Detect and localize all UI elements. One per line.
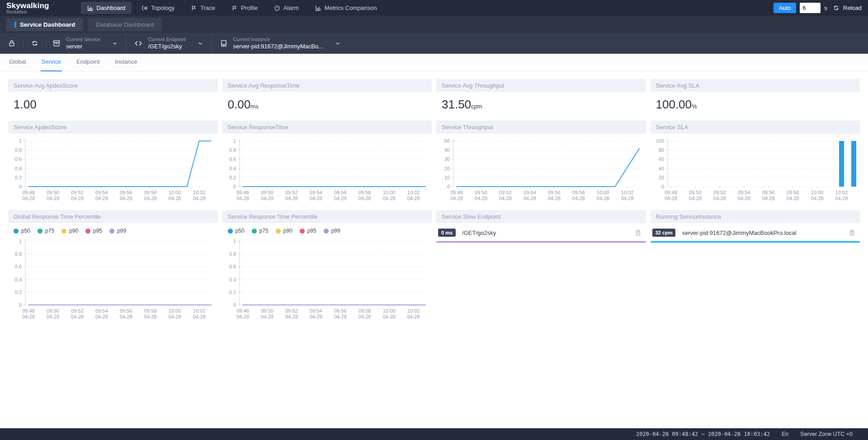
time-range[interactable]: 2020-04-28 09:48:42 ~ 2020-04-28 10:03:4… <box>636 431 770 437</box>
svg-text:09:5604-28: 09:5604-28 <box>334 190 346 201</box>
legend-item-p95[interactable]: p95 <box>300 228 316 234</box>
clipboard-copy-icon[interactable] <box>849 229 855 236</box>
card-title: Global Response Time Percentile <box>8 210 218 223</box>
alarm-icon <box>274 5 280 11</box>
instance-server-icon <box>220 39 228 47</box>
svg-text:100: 100 <box>656 138 664 144</box>
svg-text:09:5604-28: 09:5604-28 <box>548 190 561 201</box>
svg-text:09:5204-28: 09:5204-28 <box>285 308 297 319</box>
toolbar-divider <box>46 38 47 49</box>
sync-icon[interactable] <box>29 40 40 47</box>
nav-topology[interactable]: Topology <box>135 2 181 14</box>
svg-text:1: 1 <box>233 239 236 244</box>
service-throughput-chart: 5040302010009:4804-2809:5004-2809:5204-2… <box>436 136 646 204</box>
metric-card-throughput: Service Avg Throughput 31.50cpm <box>436 79 646 114</box>
svg-text:0: 0 <box>19 184 22 189</box>
legend-item-p50[interactable]: p50 <box>14 228 30 234</box>
tab-service-dashboard[interactable]: Service Dashboard <box>6 18 83 31</box>
svg-text:09:5804-28: 09:5804-28 <box>144 190 157 201</box>
current-service-selector[interactable]: Current Service server <box>52 37 118 50</box>
global-percentile-chart: 10.80.60.40.2009:4804-2809:5004-2809:520… <box>8 237 218 322</box>
legend-item-p50[interactable]: p50 <box>228 228 245 234</box>
svg-text:10:0004-28: 10:0004-28 <box>597 190 609 201</box>
legend-item-p99[interactable]: p99 <box>324 228 340 234</box>
footer-bar: 2020-04-28 09:48:42 ~ 2020-04-28 10:03:4… <box>0 428 868 440</box>
card-title: Service Slow Endpoint <box>436 210 646 223</box>
svg-text:09:4804-28: 09:4804-28 <box>664 190 677 201</box>
nav-profile[interactable]: Profile <box>225 2 264 14</box>
svg-text:0.4: 0.4 <box>15 166 22 171</box>
nav-metrics-comparison-label: Metrics Comparison <box>325 5 377 11</box>
card-title: Service Throughput <box>436 121 646 134</box>
legend-item-p90[interactable]: p90 <box>276 228 292 234</box>
reload-icon[interactable] <box>833 5 840 11</box>
chart-card-apdexscore: Service ApdexScore 10.80.60.40.2009:4804… <box>8 121 218 204</box>
tab-endpoint[interactable]: Endpoint <box>75 58 100 71</box>
legend-item-p95[interactable]: p95 <box>85 228 102 234</box>
slow-endpoint-card: Service Slow Endpoint 0 ms /GET/go2sky <box>436 210 646 322</box>
svg-text:0.4: 0.4 <box>229 166 236 171</box>
svg-text:09:5004-28: 09:5004-28 <box>475 190 487 201</box>
svg-text:0: 0 <box>661 184 664 189</box>
reload-interval-input[interactable] <box>800 3 821 13</box>
service-dashboard-label: Service Dashboard <box>20 21 75 28</box>
card-title: Service Response Time Percentile <box>222 210 432 223</box>
chevron-down-icon <box>335 41 340 46</box>
auto-button[interactable]: Auto <box>774 3 797 13</box>
nav-trace[interactable]: Trace <box>184 2 222 14</box>
chevron-down-icon <box>112 41 118 46</box>
reload-controls: Auto s Reload <box>774 3 862 13</box>
top-nav: Skywalking Rocketbot Dashboard Topology … <box>0 0 868 16</box>
svg-text:09:4804-28: 09:4804-28 <box>22 308 35 319</box>
lock-icon[interactable] <box>6 40 17 47</box>
legend-dot <box>61 229 66 234</box>
nav-alarm[interactable]: Alarm <box>268 2 305 14</box>
svg-text:10:0204-28: 10:0204-28 <box>835 190 848 201</box>
current-instance-selector[interactable]: Current Instance server-pid:91672@JimmyM… <box>220 37 341 50</box>
svg-text:50: 50 <box>444 138 450 144</box>
current-service-label: Current Service <box>66 37 100 43</box>
svg-text:0.6: 0.6 <box>15 156 22 162</box>
language-switcher[interactable]: En <box>782 431 788 437</box>
svg-text:0.2: 0.2 <box>15 290 22 295</box>
svg-text:40: 40 <box>444 147 450 153</box>
nav-metrics-comparison[interactable]: Metrics Comparison <box>309 2 383 14</box>
svg-text:09:4804-28: 09:4804-28 <box>236 308 249 319</box>
legend-item-p99[interactable]: p99 <box>109 228 126 234</box>
svg-text:0.6: 0.6 <box>15 264 22 269</box>
svg-text:0: 0 <box>447 184 450 189</box>
svg-text:60: 60 <box>658 156 664 162</box>
tab-instance[interactable]: Instance <box>114 58 138 71</box>
svg-text:09:5804-28: 09:5804-28 <box>572 190 585 201</box>
legend-item-p75[interactable]: p75 <box>252 228 269 234</box>
server-zone[interactable]: Server Zone UTC +0 <box>800 431 853 437</box>
card-title: Service ApdexScore <box>8 121 218 134</box>
current-endpoint-selector[interactable]: Current Endpoint /GET/go2sky <box>134 37 203 50</box>
svg-text:0.8: 0.8 <box>229 147 236 153</box>
svg-text:09:4804-28: 09:4804-28 <box>22 190 35 201</box>
chart-cards-row: Service ApdexScore 10.80.60.40.2009:4804… <box>8 121 860 204</box>
svg-text:09:5604-28: 09:5604-28 <box>762 190 774 201</box>
metric-cards-row: Service Avg ApdexScore 1.00 Service Avg … <box>8 79 860 114</box>
clipboard-copy-icon[interactable] <box>635 229 642 236</box>
legend-item-p75[interactable]: p75 <box>38 228 54 234</box>
nav-dashboard-label: Dashboard <box>97 5 126 11</box>
svg-text:10: 10 <box>444 175 450 180</box>
svg-text:09:5004-28: 09:5004-28 <box>260 308 273 319</box>
current-instance-value: server-pid:91672@JimmyMacBo... <box>233 43 324 50</box>
legend-item-p90[interactable]: p90 <box>61 228 78 234</box>
svg-text:09:5404-28: 09:5404-28 <box>309 308 322 319</box>
running-instance-card: Running ServiceInstance 32 cpm server-pi… <box>651 210 860 322</box>
tab-database-dashboard[interactable]: Database Dashboard <box>88 18 162 31</box>
chart-card-responsetime: Service ResponseTime 10.80.60.40.2009:48… <box>222 121 432 204</box>
svg-text:30: 30 <box>444 156 450 162</box>
reload-label[interactable]: Reload <box>843 5 862 11</box>
svg-text:20: 20 <box>444 166 450 171</box>
legend-dot <box>276 229 281 234</box>
svg-text:0.2: 0.2 <box>15 175 22 180</box>
tab-global[interactable]: Global <box>8 58 27 71</box>
tab-service[interactable]: Service <box>41 58 62 71</box>
nav-dashboard[interactable]: Dashboard <box>81 2 132 14</box>
topology-icon <box>142 5 148 11</box>
endpoint-code-icon <box>134 39 142 47</box>
